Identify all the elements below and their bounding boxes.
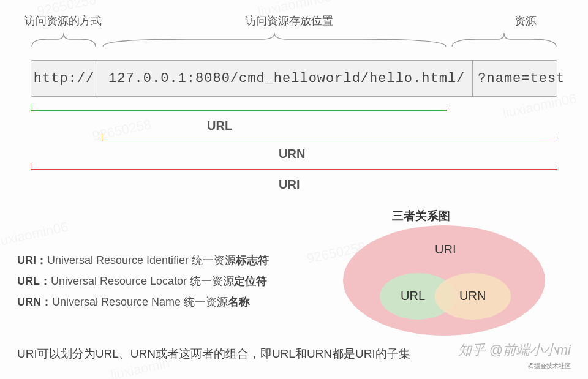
def-uri-bold: 标志符 xyxy=(236,254,269,266)
brace-scheme xyxy=(31,32,97,48)
def-urn-body: Universal Resource Name 统一资源 xyxy=(52,296,228,308)
url-part-path: 127.0.0.1:8080/cmd_helloworld/hello.html… xyxy=(97,61,473,96)
term-urn: URN： xyxy=(17,296,52,308)
term-url: URL： xyxy=(17,275,51,287)
venn-label-urn: URN xyxy=(459,289,486,303)
def-urn-bold: 名称 xyxy=(228,296,250,308)
definition-url: URL：Universal Resource Locator 统一资源定位符 xyxy=(17,271,269,291)
definitions-list: URI：Universal Resource Identifier 统一资源标志… xyxy=(17,250,269,312)
annotation-resource: 资源 xyxy=(514,13,537,28)
def-url-body: Universal Resource Locator 统一资源 xyxy=(51,275,234,287)
summary-text: URI可以划分为URL、URN或者这两者的组合，即URL和URN都是URI的子集 xyxy=(17,346,410,362)
range-urn-label: URN xyxy=(279,147,305,161)
definition-uri: URI：Universal Resource Identifier 统一资源标志… xyxy=(17,250,269,271)
url-part-scheme: http:// xyxy=(31,61,97,96)
venn-label-uri: URI xyxy=(435,242,456,257)
def-uri-body: Universal Resource Identifier 统一资源 xyxy=(47,254,236,266)
brace-location xyxy=(102,32,447,48)
venn-title: 三者关系图 xyxy=(392,208,450,224)
venn-label-url: URL xyxy=(401,289,425,303)
credit-community: @掘金技术社区 xyxy=(528,362,571,370)
venn-diagram: URI URL URN xyxy=(343,225,545,336)
range-url xyxy=(31,110,447,121)
watermark: liuxiaomin06 xyxy=(0,219,70,250)
range-url-label: URL xyxy=(207,119,232,133)
annotation-scheme: 访问资源的方式 xyxy=(24,13,102,28)
definition-urn: URN：Universal Resource Name 统一资源名称 xyxy=(17,291,269,312)
annotation-location: 访问资源存放位置 xyxy=(245,13,333,28)
range-uri-label: URI xyxy=(279,178,300,192)
credit-author: 知乎 @前端小小mi xyxy=(458,341,571,359)
def-url-bold: 定位符 xyxy=(234,275,267,287)
term-uri: URI： xyxy=(17,254,47,266)
brace-resource xyxy=(451,32,557,48)
url-decomposition-box: http:// 127.0.0.1:8080/cmd_helloworld/he… xyxy=(31,60,557,97)
url-part-query: ?name=test xyxy=(473,61,572,96)
range-urn xyxy=(102,140,557,151)
